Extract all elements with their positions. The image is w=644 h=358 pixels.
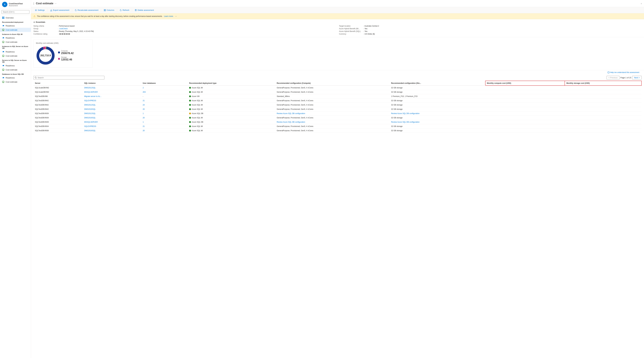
storage-config-link[interactable]: Review Azure SQL DB configuration [391,112,420,114]
app-title: CostCheckTest [9,2,23,5]
user-databases-link[interactable]: 21 [143,100,144,102]
header-more-button[interactable]: ··· [54,2,56,5]
sidebar-item-label: Cost estimate [6,29,17,31]
deployment-status: ✓ Azure SQL MI [189,87,274,89]
columns-button[interactable]: Columns [102,8,116,12]
storage-config-link[interactable]: Review Azure SQL DB configuration [391,121,420,123]
user-databases-link[interactable]: 203 [143,91,146,93]
svg-rect-17 [104,9,104,11]
recalculate-button[interactable]: Recalculate assessment [73,8,100,12]
essentials-chevron: ∧ [34,21,35,23]
user-databases-link[interactable]: 20 [143,108,144,110]
recalculate-label: Recalculate assessment [78,9,98,11]
essentials-left: Sizing criteria : Performance-based Grou… [34,25,336,35]
search-input[interactable] [2,10,30,14]
compute-config-link[interactable]: Review Azure SQL DB configuration [277,112,305,114]
cell-storage-config: 32 GB storage [390,90,485,94]
storage-config-text: 32 GB storage [391,91,402,93]
svg-point-27 [35,77,36,78]
sidebar-item-readiness-2[interactable]: Readiness [0,36,31,40]
content-area: ⚠ The confidence rating of the assessmen… [31,13,644,358]
sidebar-item-cost-5[interactable]: $ Cost estimate [0,80,31,84]
sidebar-item-cost-4[interactable]: $ Cost estimate [0,68,31,72]
sql-instance-link[interactable]: Migrate server to Az... [84,95,102,97]
settings-icon [35,9,37,11]
sidebar-item-readiness-1[interactable]: Readiness [0,24,31,28]
deployment-type-text: Azure SQL MI [192,100,203,102]
sidebar-item-cost-2[interactable]: $ Cost estimate [0,40,31,44]
user-databases-link[interactable]: 2 [143,87,144,89]
cell-user-databases: 20 [141,116,188,120]
settings-button[interactable]: Settings [34,8,46,12]
pagination: < Previous Page 1 of 15 Next > [606,76,642,79]
essentials-grid: Sizing criteria : Performance-based Grou… [34,25,642,35]
user-databases-link[interactable]: 1 [143,112,144,114]
cell-compute-config: GeneralPurpose, Provisioned, Gen5, 4 vCo… [275,103,390,107]
cell-compute-cost [485,111,565,116]
sql-instance-link[interactable]: DMS2016SQL [84,108,96,110]
user-databases-link[interactable]: 24 [143,104,144,106]
confidence-dots[interactable] [59,33,70,34]
cloud-icon-4 [2,64,4,67]
cell-compute-cost [485,103,565,107]
user-databases-link[interactable]: 20 [143,130,144,132]
sql-instance-link[interactable]: DMS2016SQL [84,130,96,132]
col-server: Server [34,81,83,85]
cell-storage-config: 1 Premium_P10, 1 Premium_P15 [390,94,485,98]
refresh-button[interactable]: Refresh [118,8,131,12]
previous-button[interactable]: < Previous [606,76,620,79]
deployment-type-text: Azure SQL MI [192,87,203,89]
expand-button[interactable]: › [641,2,642,5]
dollar-icon: $ [3,3,6,6]
sql-instance-link[interactable]: DMS2012SQL [84,104,96,106]
legend-storage-block: Storage 12032.46 [61,56,72,61]
sidebar-item-cost-1[interactable]: $ Cost estimate [0,28,31,32]
cell-user-databases: 21 [141,98,188,103]
sidebar-item-readiness-4[interactable]: Readiness [0,63,31,68]
table-search-input[interactable] [38,76,103,79]
sidebar-item-cost-3[interactable]: $ Cost estimate [0,54,31,58]
sql-instance-link[interactable]: SQLEXPRESS [84,100,96,102]
cell-user-databases: 1 [141,120,188,124]
user-databases-text: - [143,95,143,97]
cell-deployment-type: ✓ Azure SQL MI [188,129,275,133]
cell-sql-instance: SQLEXPRESS [83,98,141,103]
hybrid-wi-label: Azure Hybrid Benefit (Wi... [339,28,363,30]
data-table: Server SQL instance User databases Recom… [34,81,642,133]
next-button[interactable]: Next > [632,76,642,79]
compute-config-link[interactable]: Review Azure SQL DB configuration [277,121,305,123]
app-icon: $ [2,2,8,7]
sql-instance-link[interactable]: DMS2012SQL [84,112,96,114]
group-link[interactable]: costCheck [59,28,68,30]
user-databases-link[interactable]: 21 [143,125,144,127]
sidebar-item-overview[interactable]: Overview [0,16,31,20]
essentials-toggle[interactable]: ∧ Essentials [34,21,642,23]
user-databases-link[interactable]: 1 [143,121,144,123]
storage-config-text: 32 GB storage [391,130,402,132]
sql-instance-link[interactable]: DMS2016SQL [84,117,96,119]
colon2: : [58,33,58,35]
sql-instance-link[interactable]: MSSQLSERVER [84,121,98,123]
cell-deployment-type: ✓ Azure VM [188,94,275,98]
table-row: SQLTestDBVM34 SQLEXPRESS 21 ✓ Azure SQL … [34,124,642,129]
cell-storage-cost [565,94,642,98]
sidebar-item-readiness-3[interactable]: Readiness [0,50,31,54]
sidebar-item-readiness-5[interactable]: Readiness [0,76,31,80]
legend-compute: Compute 250678.42 [58,50,74,55]
cell-compute-config: GeneralPurpose, Provisioned, Gen5, 4 vCo… [275,124,390,129]
delete-button[interactable]: Delete assessment [133,8,156,12]
cell-storage-cost [565,103,642,107]
alert-learn-more-link[interactable]: Learn more. [164,15,174,17]
export-button[interactable]: Export assessment [49,8,71,12]
essentials-row-target: Target location : Australia Central 2 [339,25,642,27]
user-databases-link[interactable]: 20 [143,117,144,119]
status-icon-green: ✓ [189,95,191,97]
cell-compute-config: GeneralPurpose, Provisioned, Gen5, 4 vCo… [275,116,390,120]
sql-instance-link[interactable]: SQLEXPRESS [84,125,96,127]
cell-compute-cost [485,116,565,120]
target-value: : Australia Central 2 [364,25,379,27]
sql-instance-link[interactable]: DMS2012SQL [84,87,96,89]
help-link[interactable]: ? Help me understand this assessment [608,71,639,73]
deployment-type-text: Azure SQL MI [192,125,203,127]
sql-instance-link[interactable]: MSSQLSERVER [84,91,98,93]
